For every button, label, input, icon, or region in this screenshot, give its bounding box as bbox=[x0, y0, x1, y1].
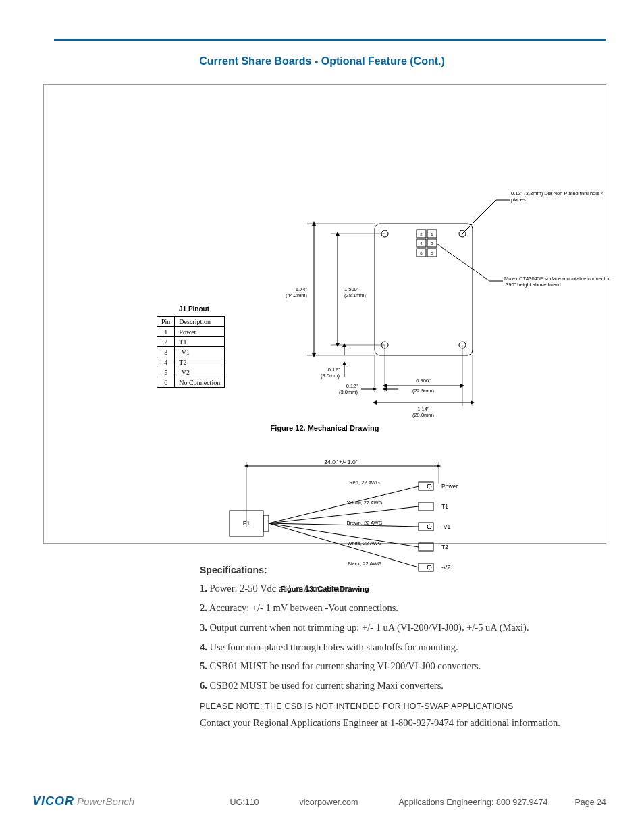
wire-label: T2 bbox=[441, 544, 448, 550]
pin-desc: No Connection bbox=[175, 377, 225, 388]
footer: VICOR PowerBench UG:110 vicorpower.com A… bbox=[32, 794, 606, 808]
contact-text: Contact your Regional Applications Engin… bbox=[200, 716, 576, 730]
conn-pin: 1 bbox=[431, 232, 433, 236]
svg-point-38 bbox=[427, 484, 431, 488]
wire-color: Red, 22 AWG bbox=[349, 479, 380, 486]
pin-cell: 5 bbox=[157, 367, 175, 377]
callout-conn: Molex CT43045F surface mountable connect… bbox=[504, 276, 619, 288]
cable-length: 24.0" +/- 1.0" bbox=[324, 459, 357, 465]
logo-vicor: VICOR bbox=[32, 794, 74, 808]
pin-desc: T2 bbox=[175, 357, 225, 367]
pinout-table: Pin Description 1Power 2T1 3-V1 4T2 5-V2… bbox=[157, 316, 225, 388]
figure-container: J1 Pinout Pin Description 1Power 2T1 3-V… bbox=[43, 84, 606, 544]
svg-line-13 bbox=[437, 244, 489, 281]
svg-rect-35 bbox=[263, 515, 269, 531]
dim: (3.0mm) bbox=[339, 389, 358, 395]
dim: 0.12" bbox=[346, 383, 358, 389]
svg-point-43 bbox=[427, 525, 431, 529]
pin-cell: 6 bbox=[157, 377, 175, 388]
hotswap-note: PLEASE NOTE: THE CSB IS NOT INTENDED FOR… bbox=[200, 702, 576, 711]
svg-line-39 bbox=[269, 506, 419, 523]
pin-cell: 1 bbox=[157, 327, 175, 337]
page-number: Page 24 bbox=[574, 798, 606, 807]
wire-color: Brown, 22 AWG bbox=[346, 520, 382, 526]
spec-item: 4. Use four non-plated through holes wit… bbox=[200, 641, 576, 654]
svg-line-46 bbox=[269, 523, 419, 567]
dim: (3.0mm) bbox=[321, 373, 340, 379]
svg-line-44 bbox=[269, 523, 419, 547]
eng-phone: Applications Engineering: 800 927.9474 bbox=[398, 798, 547, 807]
dim: 1.14" bbox=[417, 406, 429, 412]
conn-pin: 4 bbox=[420, 242, 423, 246]
pin-cell: 4 bbox=[157, 357, 175, 367]
doc-id: UG:110 bbox=[230, 798, 259, 807]
svg-line-41 bbox=[269, 523, 419, 527]
logo-powerbench: PowerBench bbox=[77, 796, 134, 807]
svg-rect-40 bbox=[419, 502, 433, 511]
dim: (44.2mm) bbox=[286, 292, 308, 298]
pin-desc: T1 bbox=[175, 337, 225, 347]
p1-label: P1 bbox=[243, 520, 250, 527]
page-heading: Current Share Boards - Optional Feature … bbox=[0, 55, 644, 68]
dim: 1.74" bbox=[296, 286, 308, 292]
dim: 1.500" bbox=[344, 286, 359, 292]
dim: 0.12" bbox=[328, 367, 340, 373]
pinout-hdr-desc: Description bbox=[175, 317, 225, 327]
spec-item: 2. Accuracy: +/- 1 mV between -Vout conn… bbox=[200, 602, 576, 615]
pin-desc: -V2 bbox=[175, 367, 225, 377]
pin-desc: -V1 bbox=[175, 347, 225, 357]
wire-label: -V1 bbox=[441, 523, 451, 530]
top-rule bbox=[54, 39, 606, 41]
pinout-title: J1 Pinout bbox=[179, 305, 209, 313]
spec-item: 5. CSB01 MUST be used for current sharin… bbox=[200, 660, 576, 673]
dim: (29.0mm) bbox=[412, 412, 435, 418]
spec-item: 3. Output current when not trimming up: … bbox=[200, 621, 576, 634]
pinout-hdr-pin: Pin bbox=[157, 317, 175, 327]
dim: (22.9mm) bbox=[412, 388, 435, 394]
callout-hole: 0.13" (3.3mm) Dia Non Plated thru hole 4… bbox=[511, 190, 612, 203]
site-url: vicorpower.com bbox=[300, 798, 358, 807]
figure-12-caption: Figure 12. Mechanical Drawing bbox=[44, 424, 606, 432]
wire-color: Yellow, 22 AWG bbox=[347, 500, 383, 506]
svg-line-11 bbox=[462, 200, 496, 234]
conn-pin: 3 bbox=[431, 242, 433, 246]
mechanical-drawing: 2 1 4 3 6 5 0.13" (3.3mm) Dia Non Plated… bbox=[267, 186, 631, 436]
wire-label: Power bbox=[441, 483, 458, 490]
wire-label: T1 bbox=[441, 503, 448, 510]
conn-pin: 6 bbox=[420, 251, 423, 255]
svg-line-36 bbox=[269, 486, 419, 523]
conn-pin: 5 bbox=[431, 251, 433, 255]
dim: 0.900" bbox=[416, 377, 431, 384]
spec-item: 6. CSB02 MUST be used for current sharin… bbox=[200, 679, 576, 692]
conn-pin: 2 bbox=[420, 232, 423, 236]
dim: (38.1mm) bbox=[344, 292, 367, 298]
wire-color: White, 22 AWG bbox=[348, 540, 382, 546]
pin-desc: Power bbox=[175, 327, 225, 337]
svg-rect-0 bbox=[375, 224, 473, 355]
specs-heading: Specifications: bbox=[200, 565, 576, 575]
specifications: Specifications: 1. Power: 2-50 Vdc at 5 … bbox=[200, 565, 576, 730]
spec-item: 1. Power: 2-50 Vdc at 5 mA maximum. bbox=[200, 582, 576, 595]
svg-rect-45 bbox=[419, 543, 433, 551]
pin-cell: 2 bbox=[157, 337, 175, 347]
pin-cell: 3 bbox=[157, 347, 175, 357]
